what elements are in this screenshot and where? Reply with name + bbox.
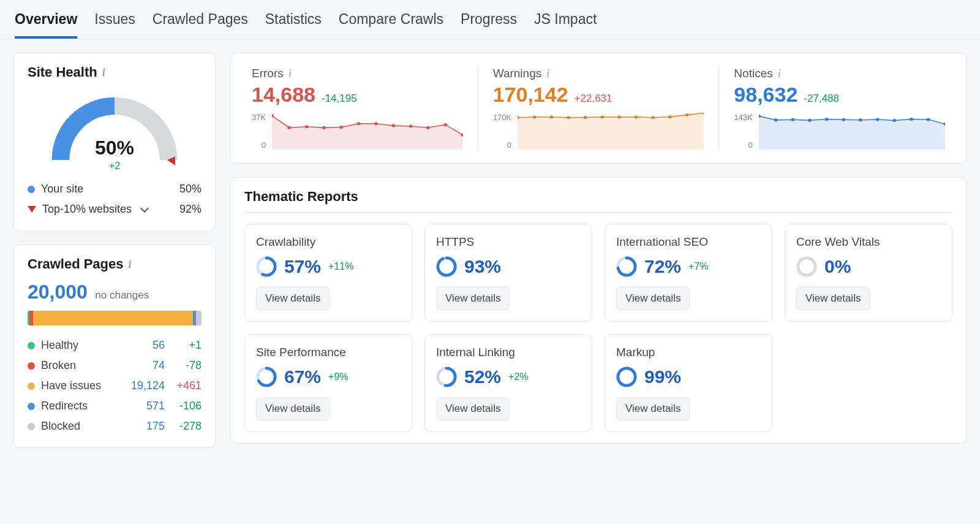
metric-value-row: 98,632 -27,488 [734,83,945,107]
row-count: 19,124 [122,379,165,392]
view-details-button[interactable]: View details [616,287,690,310]
legend-row[interactable]: Top-10% websites92% [28,199,202,219]
report-title: Crawlability [256,235,401,249]
dot-icon [28,403,35,410]
svg-point-27 [791,118,794,121]
triangle-down-icon [28,206,36,213]
chevron-down-icon[interactable] [140,204,149,213]
crawled-pages-note: no changes [95,289,149,301]
legend-label: Your site [41,183,83,196]
view-details-button[interactable]: View details [616,397,690,420]
report-title: HTTPS [436,235,581,249]
dot-icon [28,186,35,193]
progress-ring-icon [616,366,637,387]
crawled-pages-row[interactable]: Healthy56+1 [28,335,202,355]
view-details-button[interactable]: View details [256,287,330,310]
svg-point-16 [567,116,570,119]
report-title: Core Web Vitals [796,235,941,249]
report-value: 0% [824,256,851,277]
row-count: 56 [122,339,165,352]
crawled-pages-row[interactable]: Broken74-78 [28,355,202,376]
tab-compare-crawls[interactable]: Compare Crawls [339,0,443,39]
metric-title: Noticesi [734,67,945,80]
tab-statistics[interactable]: Statistics [265,0,322,39]
progress-ring-icon [796,256,817,277]
svg-point-9 [409,124,413,127]
dot-icon [28,423,35,430]
metric-value-row: 170,142 +22,631 [493,83,704,107]
report-delta: +7% [688,261,708,272]
mini-chart: 37K0 [252,113,463,150]
svg-point-34 [910,118,913,121]
metric-delta: -27,488 [804,93,839,105]
crawled-pages-breakdown: Healthy56+1Broken74-78Have issues19,124+… [28,335,202,436]
tab-crawled-pages[interactable]: Crawled Pages [153,0,248,39]
dot-icon [28,342,35,349]
metric-value-row: 14,688 -14,195 [252,83,463,107]
view-details-button[interactable]: View details [796,287,870,310]
tab-issues[interactable]: Issues [94,0,135,39]
thematic-grid: Crawlability 57% +11% View details HTTPS… [244,212,952,432]
crawled-pages-row[interactable]: Redirects571-106 [28,396,202,416]
svg-point-19 [617,116,621,119]
info-icon[interactable]: i [546,68,549,79]
info-icon[interactable]: i [778,68,781,79]
gauge-value: 50% [95,137,134,159]
info-icon[interactable]: i [288,68,292,79]
thematic-reports-card: Thematic Reports Crawlability 57% +11% V… [230,177,967,444]
report-card-core-web-vitals: Core Web Vitals 0% View details [785,224,952,322]
crawled-pages-bar[interactable] [28,311,202,325]
report-title: Internal Linking [436,346,581,359]
info-icon[interactable]: i [102,67,105,78]
report-value-row: 52% +2% [436,366,581,387]
view-details-button[interactable]: View details [256,397,330,420]
site-health-title: Site Health i [28,64,202,80]
report-value: 93% [464,256,501,277]
progress-ring-icon [436,256,457,277]
crawled-pages-row[interactable]: Have issues19,124+461 [28,376,202,396]
progress-ring-icon [256,256,277,277]
thematic-title: Thematic Reports [244,189,952,205]
svg-point-17 [584,116,587,119]
tab-overview[interactable]: Overview [15,0,77,39]
svg-point-21 [651,116,655,119]
metric-value: 14,688 [252,83,315,107]
svg-point-23 [685,113,689,116]
crawled-pages-total[interactable]: 20,000 [28,281,88,303]
svg-point-22 [668,115,672,118]
svg-point-30 [842,118,845,121]
nav-tabs: OverviewIssuesCrawled PagesStatisticsCom… [0,0,980,39]
progress-ring-icon [616,256,637,277]
row-count: 175 [122,420,165,433]
svg-point-8 [391,124,395,127]
svg-point-35 [926,118,930,121]
report-delta: +9% [328,371,348,382]
svg-point-31 [859,118,862,121]
row-label: Redirects [41,400,88,412]
report-value: 72% [644,256,681,277]
svg-point-4 [322,126,326,129]
svg-point-11 [443,123,447,126]
crawled-pages-row[interactable]: Blocked175-278 [28,416,202,436]
row-label: Have issues [41,379,101,392]
info-icon[interactable]: i [129,259,132,270]
bar-segment[interactable] [196,311,202,325]
metric-notices[interactable]: Noticesi 98,632 -27,488 143K0 [719,67,960,150]
bar-segment[interactable] [33,311,193,325]
view-details-button[interactable]: View details [436,287,510,310]
metric-title: Warningsi [493,67,704,80]
metric-warnings[interactable]: Warningsi 170,142 +22,631 170K0 [478,67,720,150]
report-delta: +2% [508,371,528,382]
metric-errors[interactable]: Errorsi 14,688 -14,195 37K0 [237,67,478,150]
report-value-row: 57% +11% [256,256,401,277]
view-details-button[interactable]: View details [436,397,510,420]
metric-delta: +22,631 [575,93,612,105]
tab-progress[interactable]: Progress [461,0,517,39]
site-health-legend: Your site50%Top-10% websites92% [28,179,202,219]
sidebar: Site Health i 50% +2 Your site50%Top-10%… [13,53,216,448]
row-count: 571 [122,400,165,412]
crawled-pages-total-row: 20,000 no changes [28,281,202,303]
svg-point-10 [426,126,430,129]
tab-js-impact[interactable]: JS Impact [534,0,597,39]
svg-point-29 [824,118,828,121]
